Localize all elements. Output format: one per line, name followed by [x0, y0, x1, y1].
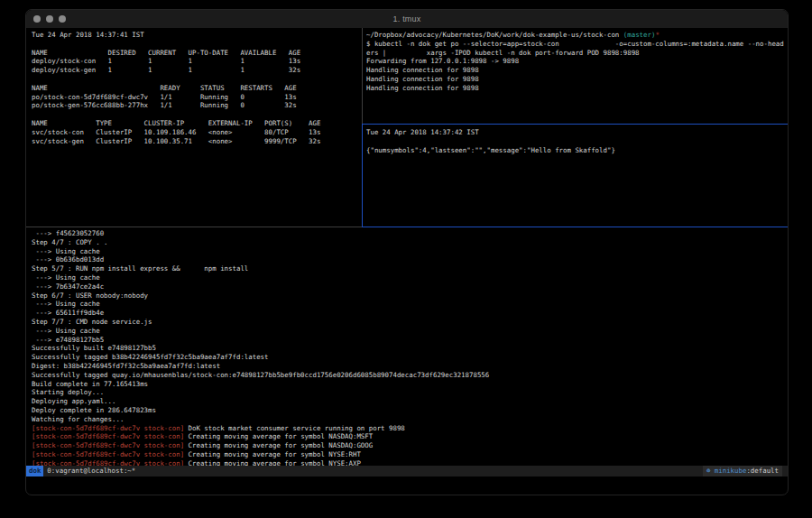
tmux-status-bar: dok 0:vagrant@localhost:~* ☸ minikube :d… — [26, 466, 788, 476]
terminal-line: [stock-con-5d7df689cf-dwc7v stock-con] C… — [32, 432, 788, 441]
pane-curl-output[interactable]: Tue 24 Apr 2018 14:37:42 IST{"numsymbols… — [363, 125, 788, 227]
terminal-line: Step 5/7 : RUN npm install express && np… — [32, 264, 788, 273]
pane-border-vertical-inactive[interactable] — [362, 28, 363, 124]
pane-border-vertical-active[interactable] — [362, 124, 363, 227]
window-titlebar[interactable]: 1. tmux — [26, 10, 788, 29]
terminal-line: Step 7/7 : CMD node service.js — [32, 318, 788, 327]
terminal-line: deploy/stock-con 1 1 1 1 13s — [32, 57, 362, 66]
terminal-line: Tue 24 Apr 2018 14:37:41 IST — [32, 31, 362, 40]
terminal-line: Successfully tagged b38b42246945fd7f32c5… — [32, 353, 788, 362]
terminal-line: po/stock-con-5d7df689cf-dwc7v 1/1 Runnin… — [32, 93, 362, 102]
terminal-line: Deploying app.yaml... — [32, 397, 788, 406]
namespace-name: :default — [746, 466, 779, 476]
terminal-line: ---> 7b6347ce2a4c — [32, 282, 788, 291]
terminal-line: ---> 65611ff9db4e — [32, 309, 788, 318]
minimize-button[interactable] — [46, 15, 53, 23]
terminal-line — [32, 40, 362, 49]
terminal-line: ---> Using cache — [32, 327, 788, 336]
session-name-badge: dok — [26, 466, 43, 476]
pane-border-horizontal-active-top[interactable] — [363, 124, 788, 125]
terminal-line: [stock-con-5d7df689cf-dwc7v stock-con] D… — [32, 424, 788, 433]
terminal-line — [32, 75, 362, 84]
terminal-line: Watching for changes... — [32, 415, 788, 424]
terminal-line: ---> e74898127bb5 — [32, 336, 788, 345]
terminal-line: Handling connection for 9898 — [366, 75, 788, 84]
zoom-button[interactable] — [59, 15, 66, 23]
terminal-line: ---> f45623052760 — [32, 229, 788, 238]
terminal-line — [366, 137, 788, 146]
terminal-window: 1. tmux Tue 24 Apr 2018 14:37:41 ISTNAME… — [25, 9, 789, 495]
terminal-line: svc/stock-con ClusterIP 10.109.186.46 <n… — [32, 128, 362, 137]
active-window-label[interactable]: 0:vagrant@localhost:~* — [43, 466, 135, 476]
pane-kubectl-watch[interactable]: Tue 24 Apr 2018 14:37:41 ISTNAME DESIRED… — [26, 28, 362, 227]
terminal-line: Build complete in 77.165413ms — [32, 380, 788, 389]
pane-border-horizontal-inactive[interactable] — [26, 227, 362, 227]
terminal-line: Forwarding from 127.0.0.1:9898 -> 9898 — [366, 57, 788, 66]
terminal-line: svc/stock-gen ClusterIP 10.100.35.71 <no… — [32, 137, 362, 146]
terminal-line: ---> 0b636bd013dd — [32, 255, 788, 264]
terminal-line: ~/Dropbox/advocacy/Kubernetes/DoK/work/d… — [366, 31, 788, 40]
terminal-line: NAME DESIRED CURRENT UP-TO-DATE AVAILABL… — [32, 49, 362, 58]
terminal-line: NAME READY STATUS RESTARTS AGE — [32, 84, 362, 93]
close-button[interactable] — [33, 15, 41, 23]
traffic-lights — [33, 15, 66, 23]
terminal-line: Tue 24 Apr 2018 14:37:42 IST — [366, 128, 788, 137]
pane-border-horizontal-active-bottom[interactable] — [362, 227, 788, 227]
terminal-line: deploy/stock-gen 1 1 1 1 32s — [32, 66, 362, 75]
pane-skaffold-log[interactable]: ---> f45623052760Step 4/7 : COPY . . ---… — [26, 227, 788, 466]
terminal-line: Successfully built e74898127bb5 — [32, 344, 788, 353]
terminal-line: Handling connection for 9898 — [366, 84, 788, 93]
terminal-line — [32, 110, 362, 119]
terminal-line: Deploy complete in 286.647823ms — [32, 406, 788, 415]
terminal-line: Successfully tagged quay.io/mhausenblas/… — [32, 371, 788, 380]
terminal-line: ---> Using cache — [32, 247, 788, 256]
window-title: 1. tmux — [26, 10, 788, 28]
terminal-line: Starting deploy... — [32, 388, 788, 397]
terminal-line: NAME TYPE CLUSTER-IP EXTERNAL-IP PORT(S)… — [32, 119, 362, 128]
terminal-line: po/stock-gen-576cc688bb-277hx 1/1 Runnin… — [32, 101, 362, 110]
terminal-line: ---> Using cache — [32, 300, 788, 309]
pane-port-forward[interactable]: ~/Dropbox/advocacy/Kubernetes/DoK/work/d… — [363, 28, 788, 124]
terminal-line: Handling connection for 9898 — [366, 66, 788, 75]
terminal-line: Digest: b38b42246945fd7f32c5ba9aea7af7fd… — [32, 362, 788, 371]
desktop: 1. tmux Tue 24 Apr 2018 14:37:41 ISTNAME… — [0, 0, 812, 518]
terminal-line: [stock-con-5d7df689cf-dwc7v stock-con] C… — [32, 441, 788, 450]
terminal-line: Step 4/7 : COPY . . — [32, 238, 788, 247]
terminal-line: [stock-con-5d7df689cf-dwc7v stock-con] C… — [32, 450, 788, 459]
terminal-line: {"numsymbols":4,"lastseen":"","message":… — [366, 146, 788, 155]
status-right: ☸ minikube :default — [703, 466, 782, 476]
terminal-line: [stock-con-5d7df689cf-dwc7v stock-con] C… — [32, 459, 788, 466]
terminal-line: $ kubectl -n dok get po --selector=app=s… — [366, 40, 788, 49]
terminal-line: Step 6/7 : USER nobody:nobody — [32, 291, 788, 301]
terminal-line: ers | xargs -IPOD kubectl -n dok port-fo… — [366, 49, 788, 58]
cluster-name: minikube — [710, 466, 746, 476]
status-left: dok 0:vagrant@localhost:~* — [26, 466, 135, 476]
terminal-line: ---> Using cache — [32, 273, 788, 282]
